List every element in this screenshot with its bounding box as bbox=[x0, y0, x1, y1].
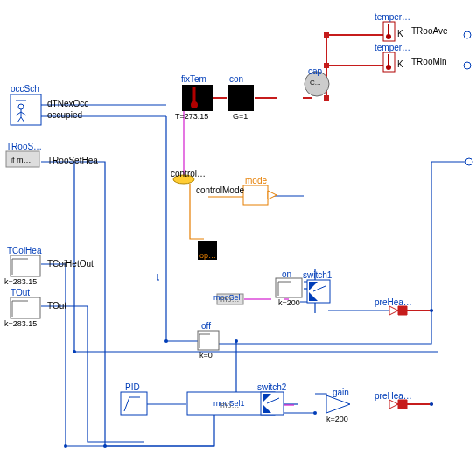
gain-label: gain bbox=[332, 388, 349, 397]
PID-label: PID bbox=[125, 382, 140, 392]
svg-point-21 bbox=[191, 101, 198, 108]
svg-rect-10 bbox=[324, 95, 329, 101]
TRooS-label: TRooS… bbox=[6, 142, 42, 151]
temperA-label: temper… bbox=[374, 12, 410, 22]
svg-rect-41 bbox=[121, 392, 147, 415]
TOut-param: k=283.15 bbox=[4, 319, 37, 328]
svg-marker-48 bbox=[398, 400, 407, 409]
TCoiHea-label: TCoiHea bbox=[7, 246, 41, 255]
svg-rect-9 bbox=[324, 32, 329, 38]
occupied-label: occupied bbox=[47, 110, 82, 120]
svg-point-7 bbox=[73, 350, 76, 353]
switch1-label: switch1 bbox=[303, 270, 332, 280]
svg-rect-32 bbox=[276, 278, 302, 297]
svg-rect-8 bbox=[324, 63, 329, 68]
svg-point-1 bbox=[64, 444, 67, 448]
svg-rect-33 bbox=[198, 331, 219, 350]
svg-point-3 bbox=[430, 309, 433, 312]
svg-point-4 bbox=[313, 411, 317, 415]
on-param: k=200 bbox=[278, 298, 300, 307]
svg-point-11 bbox=[464, 31, 471, 38]
svg-point-5 bbox=[430, 402, 433, 406]
TRooSetHea-label: TRooSetHea bbox=[47, 156, 98, 165]
TOut-out: TOut bbox=[47, 301, 66, 311]
off-param: k=0 bbox=[200, 351, 213, 360]
fixTem-label: fixTem bbox=[181, 74, 206, 84]
off-label: off bbox=[201, 321, 211, 331]
svg-point-6 bbox=[164, 339, 168, 343]
control-label: control… bbox=[171, 169, 206, 178]
svg-point-0 bbox=[103, 444, 107, 448]
TRooS-param: if m… bbox=[10, 156, 32, 164]
op-label: op… bbox=[200, 251, 216, 260]
TRooAve-label: TRooAve bbox=[411, 26, 448, 36]
gain-param: k=200 bbox=[326, 415, 348, 423]
temperA-unit: K bbox=[397, 29, 403, 38]
temperB-unit: K bbox=[397, 59, 403, 69]
modSel-sub: mo… bbox=[220, 295, 240, 304]
cap-param: C... bbox=[310, 79, 320, 87]
svg-rect-20 bbox=[182, 85, 213, 111]
dTNexOcc-label: dTNexOcc bbox=[47, 99, 88, 108]
con-param: G=1 bbox=[233, 112, 248, 121]
temperB-label: temper… bbox=[374, 43, 410, 52]
con-label: con bbox=[229, 74, 243, 84]
TCoiHetOut-label: TCoiHetOut bbox=[47, 259, 94, 269]
TCoiHea-param: k=283.15 bbox=[4, 277, 37, 286]
svg-point-12 bbox=[464, 62, 471, 69]
svg-marker-39 bbox=[389, 306, 398, 315]
svg-point-27 bbox=[386, 65, 391, 70]
mode-label: mode bbox=[245, 176, 267, 185]
modSel1-sub: mo… bbox=[220, 401, 240, 409]
svg-rect-22 bbox=[228, 85, 254, 111]
svg-rect-14 bbox=[10, 94, 41, 125]
svg-point-2 bbox=[234, 339, 238, 343]
occSch-label: occSch bbox=[10, 84, 39, 94]
svg-marker-46 bbox=[326, 395, 350, 413]
cap-label: cap bbox=[308, 66, 322, 76]
svg-point-25 bbox=[386, 34, 391, 39]
svg-rect-30 bbox=[243, 185, 268, 205]
TRooMin-label: TRooMin bbox=[411, 57, 447, 66]
fixTem-param: T=273.15 bbox=[175, 112, 208, 121]
svg-marker-40 bbox=[398, 306, 407, 315]
switch2-label: switch2 bbox=[257, 382, 286, 392]
svg-marker-31 bbox=[268, 191, 276, 199]
preHeaA-label: preHea… bbox=[374, 297, 412, 307]
preHeaB-label: preHea… bbox=[374, 391, 412, 401]
TOut-label: TOut bbox=[10, 288, 30, 297]
svg-marker-47 bbox=[389, 400, 398, 409]
controlMode-label: controlMode bbox=[196, 185, 244, 195]
svg-point-13 bbox=[466, 158, 472, 165]
on-label: on bbox=[282, 269, 291, 279]
